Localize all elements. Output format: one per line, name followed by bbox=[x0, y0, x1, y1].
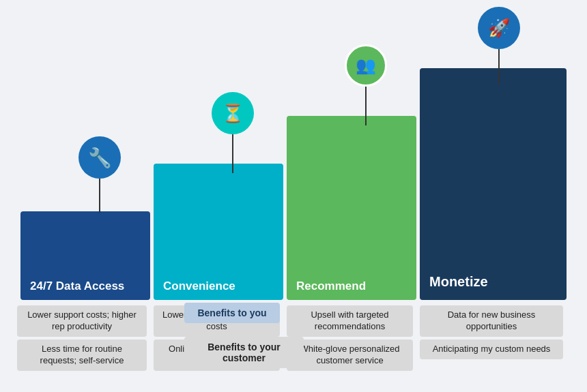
step2-label: Convenience bbox=[163, 280, 235, 293]
step3-icon: 👥 bbox=[345, 44, 387, 87]
step-block-3: Recommend bbox=[287, 116, 416, 300]
step1-label: 24/7 Data Access bbox=[30, 280, 124, 293]
step4-info1: Data for new business opportunities bbox=[420, 305, 563, 337]
step2-icon: ⏳ bbox=[212, 92, 254, 134]
icon-container-1: 🔧 bbox=[78, 136, 121, 213]
legend-benefits-you: Benefits to you bbox=[184, 303, 280, 323]
step-block-2: Convenience bbox=[154, 164, 283, 300]
step1-icon-line bbox=[99, 179, 100, 213]
step4-icon: 🚀 bbox=[478, 7, 520, 49]
step1-info1: Lower support costs; higher rep producti… bbox=[17, 305, 147, 337]
diagram-container: 24/7 Data Access 🔧 Lower support costs; … bbox=[0, 0, 587, 392]
step4-icon-line bbox=[498, 49, 500, 85]
icon-container-4: 🚀 bbox=[478, 7, 520, 85]
step2-icon-line bbox=[232, 134, 233, 173]
step3-info1: Upsell with targeted recommendations bbox=[287, 305, 413, 337]
legend-benefits-customer: Benefits to your customer bbox=[184, 337, 304, 368]
step3-label: Recommend bbox=[296, 280, 366, 293]
icon-container-2: ⏳ bbox=[212, 92, 254, 173]
step3-icon-line bbox=[365, 87, 367, 125]
step1-info2: Less time for routine requests; self-ser… bbox=[17, 340, 147, 371]
step-block-1: 24/7 Data Access bbox=[20, 211, 150, 300]
step4-label: Monetize bbox=[429, 274, 488, 293]
step3-info2: White-glove personalized customer servic… bbox=[287, 340, 413, 371]
icon-container-3: 👥 bbox=[345, 44, 387, 125]
step-block-4: Monetize bbox=[420, 68, 567, 300]
step4-info2: Anticipating my custom needs bbox=[420, 340, 563, 359]
step1-icon: 🔧 bbox=[78, 136, 121, 179]
